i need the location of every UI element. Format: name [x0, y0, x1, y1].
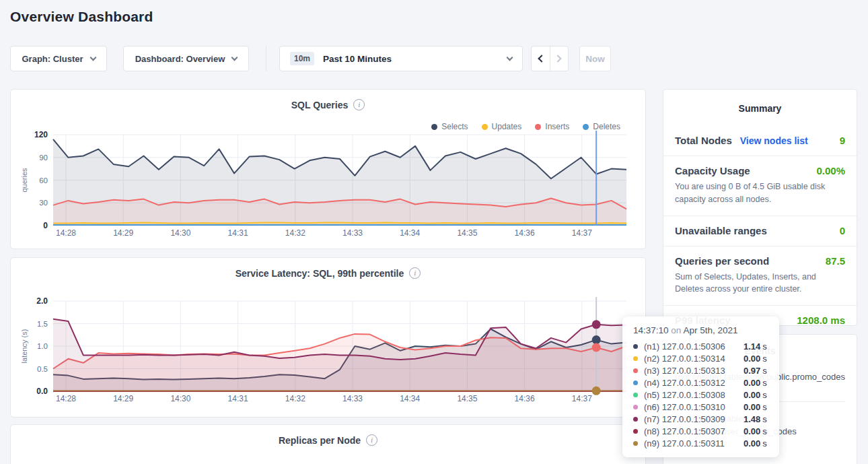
summary-row-head: Total NodesView nodes list9	[675, 135, 845, 146]
tooltip-series-label: (n1) 127.0.0.1:50306	[644, 341, 744, 352]
tooltip-series-dot-icon	[633, 380, 638, 385]
summary-row-head: Unavailable ranges0	[675, 225, 845, 236]
y-axis-tick: 2.0	[36, 296, 48, 306]
summary-label: Unavailable ranges	[675, 225, 767, 236]
chevron-down-icon	[89, 54, 96, 61]
tooltip-series-unit: s	[762, 378, 767, 388]
y-axis-tick: 30	[39, 199, 48, 207]
tooltip-row: (n5) 127.0.0.1:503080.00s	[633, 389, 768, 401]
x-axis-tick: 14:37	[572, 228, 592, 238]
chevron-left-icon	[538, 55, 545, 62]
time-range-label: Past 10 Minutes	[323, 54, 499, 64]
tooltip-series-label: (n9) 127.0.0.1:50311	[644, 438, 744, 449]
tooltip-series-dot-icon	[633, 356, 638, 361]
summary-row-head: Capacity Usage0.00%	[675, 165, 845, 176]
y-axis-tick: 60	[39, 176, 48, 185]
summary-row: Unavailable ranges0	[663, 216, 857, 246]
toolbar-divider	[266, 46, 266, 71]
chevron-right-icon	[554, 55, 562, 62]
summary-value: 87.5	[826, 255, 845, 267]
sql-queries-chart[interactable]: 030609012014:2814:2914:3014:3114:3214:33…	[11, 90, 645, 248]
tooltip-row: (n3) 127.0.0.1:503130.97s	[633, 364, 768, 376]
x-axis-tick: 14:35	[457, 228, 477, 238]
tooltip-row: (n2) 127.0.0.1:503140.00s	[633, 352, 768, 364]
sql-queries-panel: SQL Queries i SelectsUpdatesInsertsDelet…	[10, 89, 646, 249]
tooltip-row: (n6) 127.0.0.1:503100.00s	[633, 401, 768, 413]
summary-description: You are using 0 B of 4.5 GiB usable disk…	[675, 180, 845, 206]
y-axis-label: queries	[20, 168, 28, 193]
replicas-per-node-title: Replicas per Node	[279, 435, 361, 446]
x-axis-tick: 14:31	[228, 228, 248, 238]
y-axis-tick: 1.5	[37, 320, 48, 328]
dashboard-dropdown-label: Dashboard: Overview	[135, 54, 225, 64]
graph-dropdown[interactable]: Graph: Cluster	[10, 46, 107, 71]
y-axis-tick: 0	[43, 221, 48, 230]
tooltip-series-label: (n8) 127.0.0.1:50307	[644, 426, 744, 436]
summary-description: Sum of Selects, Updates, Inserts, and De…	[675, 271, 845, 296]
service-latency-panel: Service Latency: SQL, 99th percentile i …	[10, 257, 646, 418]
x-axis-tick: 14:33	[342, 228, 363, 238]
y-axis-tick: 90	[39, 154, 48, 162]
hover-dot-(n1) 127.0.0.1:50306	[592, 335, 601, 344]
tooltip-series-dot-icon	[633, 417, 638, 422]
time-prev-button[interactable]	[532, 46, 550, 71]
tooltip-series-value: 0.00	[744, 402, 760, 412]
summary-panel: Summary Total NodesView nodes list9Capac…	[663, 89, 857, 326]
tooltip-series-unit: s	[762, 341, 767, 352]
graph-dropdown-label: Graph: Cluster	[22, 54, 83, 64]
tooltip-series-unit: s	[762, 414, 767, 424]
summary-title: Summary	[663, 90, 857, 126]
summary-value: 9	[840, 135, 845, 146]
tooltip-series-unit: s	[762, 402, 767, 412]
view-nodes-link[interactable]: View nodes list	[740, 135, 808, 146]
tooltip-series-dot-icon	[633, 344, 638, 349]
summary-row-head: Queries per second87.5	[675, 255, 845, 267]
summary-label: Queries per second	[675, 255, 769, 267]
summary-label: Total Nodes	[675, 135, 732, 146]
now-button[interactable]: Now	[579, 46, 611, 71]
tooltip-series-value: 0.00	[744, 390, 760, 400]
tooltip-row: (n1) 127.0.0.1:503061.14s	[633, 340, 768, 352]
tooltip-rows: (n1) 127.0.0.1:503061.14s(n2) 127.0.0.1:…	[633, 340, 768, 449]
tooltip-series-dot-icon	[633, 368, 638, 373]
tooltip-series-value: 0.00	[744, 354, 760, 364]
tooltip-series-label: (n5) 127.0.0.1:50308	[644, 390, 744, 400]
tooltip-row: (n9) 127.0.0.1:503110.00s	[633, 437, 768, 449]
x-axis-tick: 14:36	[515, 228, 535, 238]
y-axis-tick: 0.5	[37, 365, 48, 373]
tooltip-series-value: 0.00	[744, 426, 760, 436]
x-axis-tick: 14:31	[228, 394, 248, 403]
x-axis-tick: 14:32	[285, 228, 305, 238]
x-axis-tick: 14:34	[400, 394, 420, 403]
hover-dot-(n9) 127.0.0.1:50311	[592, 387, 601, 395]
chevron-down-icon	[231, 54, 238, 61]
x-axis-tick: 14:37	[572, 394, 592, 403]
x-axis-tick: 14:30	[170, 228, 190, 238]
y-axis-tick: 0.0	[36, 387, 48, 396]
time-range-badge: 10m	[290, 52, 314, 65]
info-icon[interactable]: i	[366, 434, 377, 446]
tooltip-series-label: (n2) 127.0.0.1:50314	[644, 354, 744, 364]
summary-row: Capacity Usage0.00%You are using 0 B of …	[663, 156, 857, 216]
overview-dashboard-page: Overview Dashboard Graph: Cluster Dashbo…	[0, 0, 868, 464]
time-range-dropdown[interactable]: 10m Past 10 Minutes	[279, 46, 523, 71]
summary-value: 0.00%	[816, 165, 845, 176]
tooltip-series-value: 1.48	[744, 414, 760, 424]
dashboard-dropdown[interactable]: Dashboard: Overview	[123, 46, 249, 71]
hover-dot-(n3) 127.0.0.1:50313	[592, 343, 601, 352]
y-axis-tick: 1.0	[37, 342, 48, 350]
y-axis-label: latency (s)	[20, 329, 28, 364]
tooltip-series-unit: s	[762, 366, 767, 376]
tooltip-series-value: 0.00	[744, 438, 760, 449]
summary-rows: Total NodesView nodes list9Capacity Usag…	[663, 126, 857, 335]
y-axis-tick: 120	[34, 130, 48, 139]
x-axis-tick: 14:30	[170, 394, 190, 403]
summary-value: 0	[840, 225, 845, 236]
service-latency-chart[interactable]: 0.00.51.01.52.014:2814:2914:3014:3114:32…	[11, 258, 645, 417]
tooltip-series-label: (n7) 127.0.0.1:50309	[644, 414, 744, 424]
summary-row: Total NodesView nodes list9	[663, 126, 857, 156]
chevron-down-icon	[507, 54, 513, 61]
summary-label: Capacity Usage	[675, 165, 750, 176]
tooltip-series-unit: s	[762, 390, 767, 400]
time-next-button[interactable]	[550, 46, 569, 71]
